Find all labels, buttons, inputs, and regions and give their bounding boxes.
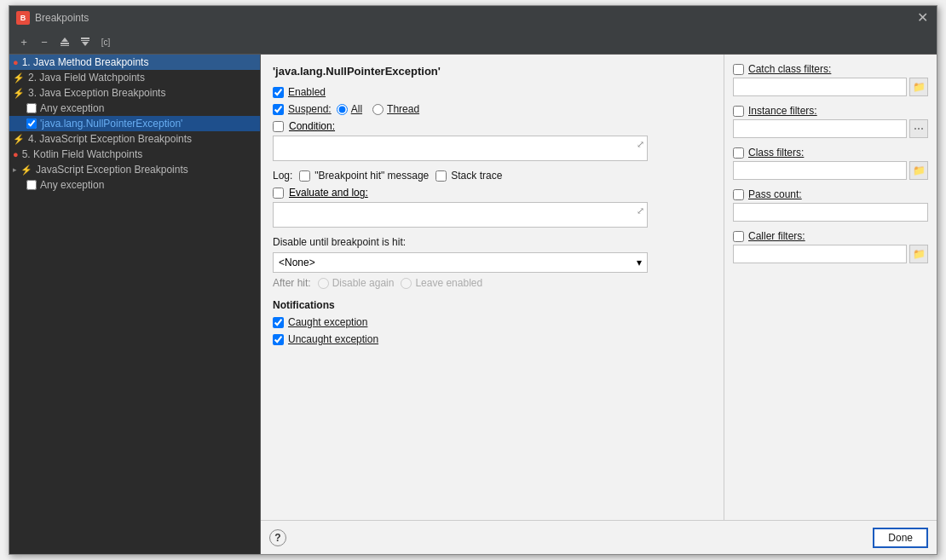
caller-header: Caller filters: <box>733 230 928 242</box>
js-any-exception-checkbox[interactable] <box>26 180 37 190</box>
java-exception-icon: ⚡ <box>13 88 25 99</box>
uncaught-row: Uncaught exception <box>273 333 712 345</box>
svg-rect-3 <box>81 38 89 39</box>
tree-label-js-any-exception: Any exception <box>40 179 104 191</box>
all-radio-label[interactable]: All <box>337 103 362 115</box>
uncaught-label[interactable]: Uncaught exception <box>273 333 378 345</box>
stack-trace-checkbox[interactable] <box>436 170 447 182</box>
disable-label: Disable until breakpoint is hit: <box>273 236 712 248</box>
dialog-title: Breakpoints <box>35 12 89 24</box>
tree-item-java-field[interactable]: ⚡ 2. Java Field Watchpoints <box>9 70 260 85</box>
uncaught-checkbox[interactable] <box>273 334 284 345</box>
dropdown-value: <None> <box>279 257 315 268</box>
browse-icon: 📁 <box>913 81 926 93</box>
tree-item-java-method[interactable]: ● 1. Java Method Breakpoints <box>9 55 260 70</box>
condition-checkbox[interactable] <box>273 121 284 132</box>
evaluate-expand-icon: ⤢ <box>637 205 644 216</box>
revert-button[interactable]: [c] <box>96 32 115 51</box>
stack-trace-text: Stack trace <box>451 170 502 182</box>
enabled-row: Enabled <box>273 86 712 98</box>
dropdown-arrow-icon: ▾ <box>637 257 642 268</box>
export-button[interactable] <box>55 32 74 51</box>
right-main: 'java.lang.NullPointerException' Enabled… <box>261 55 937 520</box>
disable-again-radio[interactable] <box>318 278 329 289</box>
export-icon <box>60 37 70 47</box>
tree-label-java-exception: 3. Java Exception Breakpoints <box>28 87 165 99</box>
disable-again-label[interactable]: Disable again <box>318 277 395 289</box>
caller-browse-icon: 📁 <box>913 248 926 260</box>
done-button[interactable]: Done <box>873 528 928 548</box>
svg-rect-1 <box>61 45 69 46</box>
instance-input-row: ⋯ <box>733 119 928 138</box>
title-bar-left: B Breakpoints <box>16 11 89 25</box>
enabled-label[interactable]: Enabled <box>273 86 326 98</box>
any-exception-checkbox[interactable] <box>26 103 37 113</box>
caller-checkbox[interactable] <box>733 231 744 242</box>
help-button[interactable]: ? <box>269 529 286 546</box>
pass-count-checkbox[interactable] <box>733 189 744 200</box>
tree-item-js-exception[interactable]: ⚡ 4. JavaScript Exception Breakpoints <box>9 131 260 147</box>
tree-item-nullpointer[interactable]: 'java.lang.NullPointerException' <box>9 116 260 131</box>
svg-marker-2 <box>61 38 68 42</box>
class-header: Class filters: <box>733 147 928 159</box>
thread-radio[interactable] <box>372 104 384 115</box>
instance-input[interactable] <box>733 119 907 138</box>
class-input[interactable] <box>733 161 907 180</box>
class-browse-btn[interactable]: 📁 <box>909 161 928 180</box>
catch-class-checkbox[interactable] <box>733 64 744 75</box>
uncaught-text: Uncaught exception <box>288 333 378 345</box>
instance-checkbox[interactable] <box>733 106 744 117</box>
leave-enabled-radio[interactable] <box>401 278 412 289</box>
tree-label-nullpointer: 'java.lang.NullPointerException' <box>40 118 182 130</box>
nullpointer-checkbox[interactable] <box>26 118 37 129</box>
instance-header: Instance filters: <box>733 105 928 117</box>
enabled-checkbox[interactable] <box>273 87 284 98</box>
evaluate-header: Evaluate and log: <box>273 187 712 199</box>
all-radio[interactable] <box>337 104 348 115</box>
evaluate-textarea[interactable]: ⤢ <box>273 202 648 228</box>
tree-item-java-exception[interactable]: ⚡ 3. Java Exception Breakpoints <box>9 85 260 101</box>
exception-title: 'java.lang.NullPointerException' <box>273 65 712 78</box>
suspend-row: Suspend: All Thread <box>273 103 712 115</box>
condition-header: Condition: <box>273 120 712 132</box>
class-input-row: 📁 <box>733 161 928 180</box>
thread-text: Thread <box>387 103 419 115</box>
pass-count-input[interactable] <box>733 203 928 222</box>
breakpoint-hit-label[interactable]: "Breakpoint hit" message <box>299 170 429 182</box>
suspend-checkbox[interactable] <box>273 104 284 115</box>
suspend-label: Suspend: <box>273 103 332 115</box>
close-button[interactable]: ✕ <box>915 11 930 25</box>
remove-button[interactable]: − <box>35 32 54 51</box>
caller-input[interactable] <box>733 245 907 263</box>
js-exception-icon: ⚡ <box>13 134 25 145</box>
condition-textarea[interactable]: ⤢ <box>273 136 648 161</box>
catch-class-input[interactable] <box>733 78 907 96</box>
caller-browse-btn[interactable]: 📁 <box>909 245 928 263</box>
add-button[interactable]: + <box>14 32 33 51</box>
tree-item-js-exception-group[interactable]: ▸ ⚡ JavaScript Exception Breakpoints <box>9 162 260 177</box>
tree-label-any-exception: Any exception <box>40 102 104 114</box>
thread-radio-label[interactable]: Thread <box>372 103 419 115</box>
enabled-text: Enabled <box>288 86 326 98</box>
disable-dropdown[interactable]: <None> ▾ <box>273 252 648 273</box>
class-filter-group: Class filters: 📁 <box>733 147 928 180</box>
dialog-icon: B <box>16 11 30 25</box>
caught-checkbox[interactable] <box>273 317 284 328</box>
catch-class-browse-btn[interactable]: 📁 <box>909 78 928 96</box>
js-group-icon: ⚡ <box>20 165 32 176</box>
tree-label-java-method: 1. Java Method Breakpoints <box>22 56 149 68</box>
instance-browse-btn[interactable]: ⋯ <box>909 119 928 138</box>
evaluate-checkbox[interactable] <box>273 188 284 199</box>
caught-label[interactable]: Caught exception <box>273 316 367 328</box>
notifications-title: Notifications <box>273 299 712 311</box>
leave-enabled-label[interactable]: Leave enabled <box>401 277 482 289</box>
tree-item-any-exception[interactable]: Any exception <box>9 101 260 116</box>
stack-trace-label[interactable]: Stack trace <box>436 170 502 182</box>
log-label: Log: <box>273 170 292 182</box>
class-checkbox[interactable] <box>733 147 744 159</box>
tree-item-js-any-exception[interactable]: Any exception <box>9 177 260 193</box>
tree-item-kotlin[interactable]: ● 5. Kotlin Field Watchpoints <box>9 147 260 162</box>
breakpoint-hit-checkbox[interactable] <box>299 170 310 182</box>
import-button[interactable] <box>76 32 95 51</box>
suspend-radio-group: All Thread <box>337 103 419 115</box>
